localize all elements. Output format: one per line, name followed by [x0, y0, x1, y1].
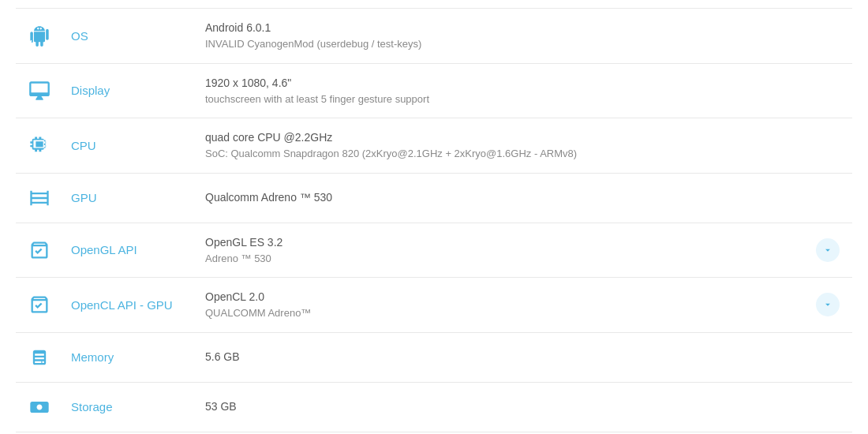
label-text-gpu: GPU [71, 191, 97, 204]
value-display: 1920 x 1080, 4.6"touchscreen with at lea… [189, 63, 852, 118]
label-text-os: OS [71, 29, 88, 43]
value-sub-opengl: Adreno ™ 530 [205, 251, 836, 267]
cpu-icon [26, 132, 53, 159]
value-sub-cpu: SoC: Qualcomm Snapdragon 820 (2xKryo@2.1… [205, 146, 836, 162]
value-opengl: OpenGL ES 3.2Adreno ™ 530 [189, 223, 852, 278]
row-os: OSAndroid 6.0.1INVALID CyanogenMod (user… [16, 9, 852, 64]
memory-icon [26, 344, 53, 371]
row-opencl: OpenCL API - GPUOpenCL 2.0QUALCOMM Adren… [16, 278, 852, 333]
icon-cell-opengl [16, 223, 63, 278]
label-text-opencl: OpenCL API - GPU [71, 298, 173, 312]
row-gpu: GPUQualcomm Adreno ™ 530 [16, 173, 852, 223]
label-opengl[interactable]: OpenGL API [63, 223, 189, 278]
value-main-opencl: OpenCL 2.0 [205, 289, 836, 305]
value-opencl: OpenCL 2.0QUALCOMM Adreno™ [189, 278, 852, 333]
spec-table: OSAndroid 6.0.1INVALID CyanogenMod (user… [16, 8, 852, 434]
value-sub-display: touchscreen with at least 5 finger gestu… [205, 92, 836, 107]
label-text-cpu: CPU [71, 139, 96, 152]
dropdown-btn-opengl[interactable] [816, 238, 840, 262]
label-text-display: Display [71, 84, 110, 97]
value-cpu: quad core CPU @2.2GHzSoC: Qualcomm Snapd… [189, 118, 852, 174]
value-main-opengl: OpenGL ES 3.2 [205, 234, 836, 251]
label-os[interactable]: OS [63, 9, 189, 64]
opengl-icon [26, 237, 53, 264]
label-text-storage: Storage [71, 400, 113, 413]
value-main-gpu: Qualcomm Adreno ™ 530 [205, 189, 836, 206]
page-wrapper: OSAndroid 6.0.1INVALID CyanogenMod (user… [0, 0, 868, 434]
row-display: Display1920 x 1080, 4.6"touchscreen with… [16, 63, 852, 118]
label-opencl[interactable]: OpenCL API - GPU [63, 278, 189, 333]
row-storage: Storage53 GB [16, 382, 852, 432]
value-main-cpu: quad core CPU @2.2GHz [205, 129, 836, 146]
dropdown-btn-opencl[interactable] [816, 293, 840, 316]
label-storage[interactable]: Storage [63, 382, 189, 432]
value-memory: 5.6 GB [189, 332, 852, 382]
label-gpu[interactable]: GPU [63, 173, 189, 223]
icon-cell-gpu [16, 173, 63, 223]
icon-cell-storage [16, 382, 63, 432]
icon-cell-display [16, 63, 63, 118]
value-os: Android 6.0.1INVALID CyanogenMod (userde… [189, 9, 852, 64]
display-icon [26, 77, 53, 104]
gpu-icon [26, 185, 53, 211]
value-sub-os: INVALID CyanogenMod (userdebug / test-ke… [205, 36, 836, 52]
storage-icon [26, 394, 53, 421]
icon-cell-opencl [16, 278, 63, 333]
value-storage: 53 GB [189, 382, 852, 432]
label-text-memory: Memory [71, 350, 114, 364]
icon-cell-cpu [16, 118, 63, 174]
os-icon [26, 22, 53, 49]
row-opengl: OpenGL APIOpenGL ES 3.2Adreno ™ 530 [16, 223, 852, 278]
value-main-os: Android 6.0.1 [205, 20, 836, 36]
value-gpu: Qualcomm Adreno ™ 530 [189, 173, 852, 223]
row-memory: Memory5.6 GB [16, 332, 852, 382]
opencl-icon [26, 291, 53, 318]
value-main-memory: 5.6 GB [205, 349, 836, 365]
value-sub-opencl: QUALCOMM Adreno™ [205, 305, 836, 321]
label-memory[interactable]: Memory [63, 332, 189, 382]
label-display[interactable]: Display [63, 63, 189, 118]
value-main-display: 1920 x 1080, 4.6" [205, 75, 836, 92]
label-cpu[interactable]: CPU [63, 118, 189, 174]
icon-cell-os [16, 9, 63, 64]
value-main-storage: 53 GB [205, 398, 836, 415]
icon-cell-memory [16, 332, 63, 382]
label-text-opengl: OpenGL API [71, 243, 137, 256]
row-cpu: CPUquad core CPU @2.2GHzSoC: Qualcomm Sn… [16, 118, 852, 174]
